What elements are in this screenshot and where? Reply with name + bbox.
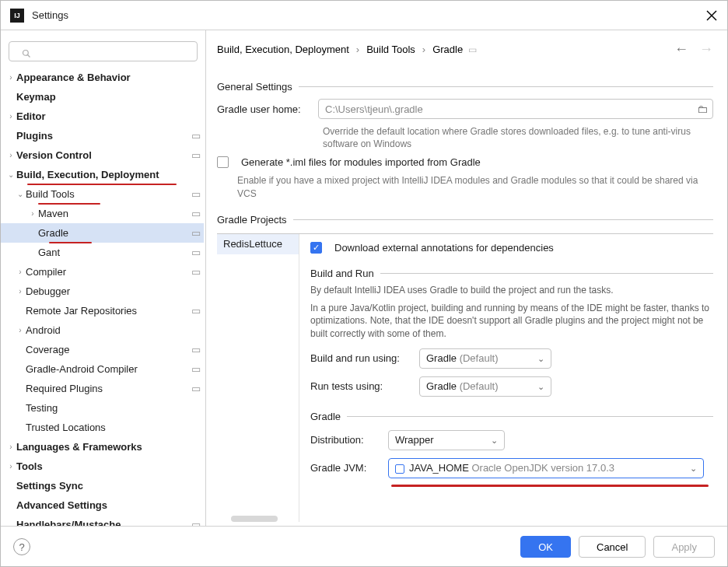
tree-item[interactable]: Coverage▭ bbox=[1, 340, 204, 359]
section-build-run: Build and Run bbox=[310, 268, 380, 279]
tree-item-label: Testing bbox=[26, 402, 188, 414]
tree-item[interactable]: Plugins▭ bbox=[1, 126, 204, 145]
tree-item[interactable]: Gradle-Android Compiler▭ bbox=[1, 359, 204, 379]
build-desc-2: In a pure Java/Kotlin project, building … bbox=[310, 302, 713, 341]
run-tests-label: Run tests using: bbox=[310, 380, 419, 392]
apply-button[interactable]: Apply bbox=[653, 536, 715, 558]
chevron-down-icon: ⌄ bbox=[537, 382, 544, 392]
annotation-underline bbox=[391, 485, 709, 487]
tree-item[interactable]: ›Android bbox=[1, 320, 204, 340]
tree-item-label: Compiler bbox=[26, 266, 188, 278]
tree-item[interactable]: ⌄Build, Execution, Deployment bbox=[1, 165, 204, 184]
gradle-jvm-select[interactable]: JAVA_HOME Oracle OpenJDK version 17.0.3 … bbox=[388, 458, 704, 478]
tree-item[interactable]: Trusted Locations bbox=[1, 418, 204, 437]
tree-item[interactable]: ›Compiler▭ bbox=[1, 262, 204, 282]
build-using-label: Build and run using: bbox=[310, 352, 419, 364]
tree-item[interactable]: Handlebars/Mustache▭ bbox=[1, 515, 204, 526]
module-scope-icon: ▭ bbox=[188, 344, 204, 355]
gradle-projects-list[interactable]: RedisLettuce bbox=[217, 234, 299, 522]
chevron-right-icon: › bbox=[5, 73, 16, 82]
module-scope-icon: ▭ bbox=[188, 188, 204, 200]
module-scope-icon: ▭ bbox=[188, 130, 204, 142]
chevron-right-icon: › bbox=[5, 151, 16, 159]
help-button[interactable]: ? bbox=[13, 538, 30, 555]
chevron-right-icon: › bbox=[5, 443, 16, 451]
cancel-button[interactable]: Cancel bbox=[579, 536, 646, 558]
folder-icon[interactable]: 🗀 bbox=[697, 103, 708, 115]
chevron-down-icon: ⌄ bbox=[690, 464, 697, 474]
chevron-right-icon: › bbox=[27, 209, 38, 218]
tree-item-label: Settings Sync bbox=[16, 480, 188, 492]
tree-item-label: Advanced Settings bbox=[16, 499, 188, 511]
tree-item[interactable]: ›Appearance & Behavior bbox=[1, 68, 204, 87]
chevron-down-icon: ⌄ bbox=[5, 170, 16, 179]
jdk-icon bbox=[395, 464, 404, 474]
section-gradle: Gradle bbox=[310, 411, 347, 422]
breadcrumb: Build, Execution, Deployment›Build Tools… bbox=[217, 44, 477, 55]
project-item[interactable]: RedisLettuce bbox=[217, 234, 299, 254]
tree-item-label: Build, Execution, Deployment bbox=[16, 169, 188, 180]
tree-item[interactable]: Gradle▭ bbox=[1, 223, 204, 243]
tree-item-label: Maven bbox=[38, 208, 188, 219]
tree-item-label: Plugins bbox=[16, 130, 188, 142]
tree-item-label: Handlebars/Mustache bbox=[16, 519, 188, 526]
settings-search-input[interactable] bbox=[9, 41, 198, 61]
gradle-user-home-label: Gradle user home: bbox=[217, 103, 310, 115]
horizontal-scrollbar[interactable] bbox=[231, 516, 278, 522]
generate-iml-checkbox[interactable] bbox=[217, 156, 229, 168]
ok-button[interactable]: OK bbox=[520, 536, 571, 558]
close-icon[interactable] bbox=[705, 9, 718, 22]
tree-item-label: Languages & Frameworks bbox=[16, 441, 188, 453]
section-general: General Settings bbox=[217, 81, 299, 93]
tree-item[interactable]: ⌄Build Tools▭ bbox=[1, 184, 204, 204]
generate-iml-label: Generate *.iml files for modules importe… bbox=[241, 156, 481, 168]
download-annotations-label: Download external annotations for depend… bbox=[334, 242, 554, 254]
distribution-select[interactable]: Wrapper ⌄ bbox=[388, 430, 505, 450]
tree-item[interactable]: ›Version Control▭ bbox=[1, 145, 204, 165]
settings-tree[interactable]: ›Appearance & BehaviorKeymap›EditorPlugi… bbox=[1, 68, 205, 526]
tree-item[interactable]: Gant▭ bbox=[1, 243, 204, 262]
module-scope-icon: ▭ bbox=[188, 305, 204, 317]
run-tests-select[interactable]: Gradle (Default) ⌄ bbox=[419, 376, 551, 397]
chevron-down-icon: ⌄ bbox=[491, 436, 498, 446]
module-scope-icon: ▭ bbox=[188, 266, 204, 278]
chevron-right-icon: › bbox=[422, 44, 425, 55]
section-projects: Gradle Projects bbox=[217, 214, 293, 226]
distribution-label: Distribution: bbox=[310, 434, 388, 446]
tree-item[interactable]: Advanced Settings bbox=[1, 495, 204, 515]
tree-item-label: Build Tools bbox=[26, 188, 188, 200]
build-using-select[interactable]: Gradle (Default) ⌄ bbox=[419, 348, 551, 369]
tree-item-label: Debugger bbox=[26, 285, 188, 297]
tree-item-label: Gradle bbox=[38, 227, 188, 239]
tree-item[interactable]: Testing bbox=[1, 398, 204, 418]
tree-item[interactable]: Keymap bbox=[1, 87, 204, 107]
module-scope-icon: ▭ bbox=[188, 227, 204, 239]
tree-item-label: Required Plugins bbox=[26, 383, 188, 394]
tree-item-label: Remote Jar Repositories bbox=[26, 305, 188, 317]
gradle-user-home-input[interactable]: C:\Users\tjeun\.gradle 🗀 bbox=[318, 99, 713, 119]
tree-item-label: Android bbox=[26, 324, 188, 336]
chevron-right-icon: › bbox=[5, 112, 16, 121]
tree-item[interactable]: ›Languages & Frameworks bbox=[1, 437, 204, 457]
app-logo-icon: IJ bbox=[10, 9, 24, 23]
tree-item[interactable]: ›Tools bbox=[1, 457, 204, 476]
tree-item[interactable]: ›Editor bbox=[1, 107, 204, 126]
tree-item[interactable]: ›Maven▭ bbox=[1, 204, 204, 223]
chevron-right-icon: › bbox=[356, 44, 359, 55]
chevron-right-icon: › bbox=[15, 287, 26, 296]
svg-line-3 bbox=[28, 55, 30, 58]
tree-item[interactable]: ›Debugger bbox=[1, 282, 204, 301]
build-desc-1: By default IntelliJ IDEA uses Gradle to … bbox=[310, 284, 713, 297]
module-scope-icon: ▭ bbox=[188, 208, 204, 219]
nav-back-icon[interactable]: ← bbox=[674, 41, 688, 58]
window-title: Settings bbox=[32, 9, 705, 21]
user-home-hint: Override the default location where Grad… bbox=[323, 125, 713, 150]
module-scope-icon: ▭ bbox=[468, 44, 477, 55]
tree-item[interactable]: Settings Sync bbox=[1, 476, 204, 495]
nav-forward-icon[interactable]: → bbox=[699, 41, 713, 58]
tree-item[interactable]: Required Plugins▭ bbox=[1, 379, 204, 398]
iml-hint: Enable if you have a mixed project with … bbox=[237, 174, 713, 199]
tree-item[interactable]: Remote Jar Repositories▭ bbox=[1, 301, 204, 320]
download-annotations-checkbox[interactable]: ✓ bbox=[310, 242, 322, 254]
tree-item-label: Gradle-Android Compiler bbox=[26, 363, 188, 375]
